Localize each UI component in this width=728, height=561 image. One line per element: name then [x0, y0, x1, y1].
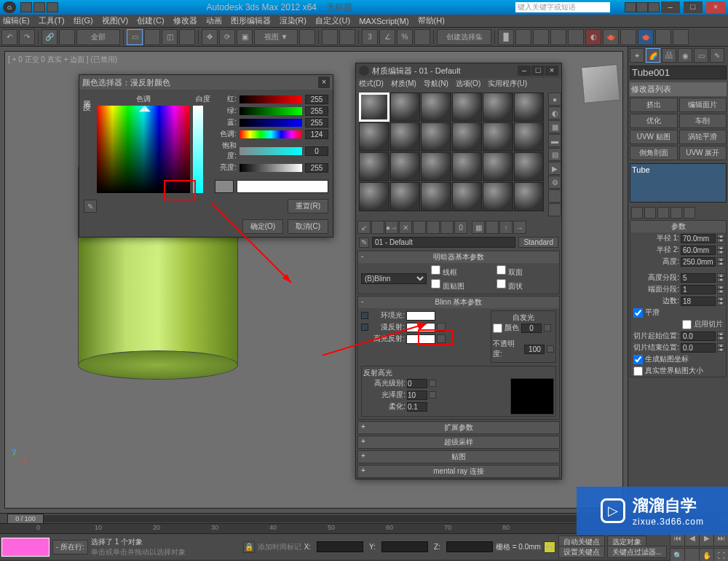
get-material-button[interactable]: ↙ [357, 221, 371, 234]
zoom-button[interactable]: 🔍 [670, 548, 686, 562]
zoom-all-button[interactable] [684, 548, 700, 562]
smooth-checkbox[interactable] [633, 308, 643, 318]
gloss-input[interactable] [407, 391, 427, 400]
realworld-checkbox[interactable] [633, 366, 643, 376]
whiteness-slider[interactable] [193, 106, 203, 193]
blue-input[interactable] [305, 118, 328, 128]
make-preview-button[interactable]: ▶ [548, 162, 561, 175]
diffuse-swatch[interactable] [406, 323, 435, 332]
select-by-mat-button[interactable] [548, 189, 561, 203]
mat-slot[interactable] [483, 93, 513, 122]
eyedropper-button[interactable]: ✎ [84, 200, 97, 213]
rendered-frame-button[interactable] [620, 29, 636, 45]
blue-slider[interactable] [240, 119, 302, 127]
faceted-checkbox[interactable] [496, 279, 506, 289]
mat-slot[interactable] [483, 122, 513, 152]
named-selset[interactable]: 创建选择集 [437, 29, 491, 45]
menu-modifiers[interactable]: 修改器 [173, 15, 197, 26]
mat-slot[interactable] [390, 93, 421, 122]
mat-slot[interactable] [390, 182, 421, 211]
select-region-button[interactable]: ◫ [162, 29, 178, 45]
object-name-input[interactable] [630, 66, 727, 79]
cancel-button[interactable]: 取消(C) [288, 219, 328, 234]
opacity-input[interactable] [524, 345, 545, 354]
modifier-list[interactable]: 修改器列表 [630, 82, 727, 96]
diffuse-lock[interactable] [361, 323, 368, 331]
speclevel-map-button[interactable] [429, 380, 436, 387]
menu-group[interactable]: 组(G) [74, 15, 93, 26]
time-knob[interactable]: 0 / 100 [7, 514, 44, 524]
render-iter-button[interactable] [673, 29, 689, 45]
mod-turbosmooth[interactable]: 涡轮平滑 [679, 130, 727, 144]
mat-menu-util[interactable]: 实用程序(U) [488, 79, 527, 89]
mod-lathe[interactable]: 车削 [679, 114, 727, 128]
eyedrop-mat-button[interactable]: ✎ [359, 238, 369, 248]
configure-sets-button[interactable] [684, 207, 695, 219]
show-in-vp-button[interactable]: ▦ [472, 221, 485, 234]
genmap-checkbox[interactable] [633, 355, 643, 364]
mat-slot[interactable] [421, 152, 451, 181]
radius1-input[interactable] [681, 234, 716, 243]
mat-slot[interactable] [514, 122, 545, 152]
mat-slot[interactable] [421, 182, 451, 211]
mat-slot[interactable] [421, 122, 451, 152]
manip-button[interactable] [322, 29, 338, 45]
slicefrom-input[interactable] [681, 332, 716, 341]
rollout-maps[interactable]: 贴图 [357, 450, 560, 463]
cseg-spinner[interactable]: ▴▾ [717, 285, 724, 294]
tab-create[interactable]: ✦ [630, 48, 644, 63]
tab-motion[interactable]: ◉ [678, 48, 692, 63]
sides-spinner[interactable]: ▴▾ [717, 297, 724, 305]
mat-slot[interactable] [452, 182, 483, 211]
ref-coord[interactable]: 视图 ▼ [254, 29, 298, 45]
angle-snap-button[interactable]: ∠ [379, 29, 395, 45]
pivot-button[interactable] [299, 29, 315, 45]
menu-customize[interactable]: 自定义(U) [315, 15, 350, 26]
menu-help[interactable]: 帮助(H) [418, 15, 445, 26]
hue-input[interactable] [305, 130, 328, 139]
wire-checkbox[interactable] [431, 265, 440, 275]
mod-uvwunwrap[interactable]: UVW 展开 [679, 146, 727, 160]
menu-rendering[interactable]: 渲染(R) [280, 15, 306, 26]
green-input[interactable] [305, 106, 328, 116]
modifier-stack[interactable]: Tube [630, 163, 727, 203]
material-type-button[interactable]: Standard [518, 237, 558, 248]
select-name-button[interactable] [144, 29, 160, 45]
rollout-extended[interactable]: 扩展参数 [357, 421, 560, 434]
menu-animation[interactable]: 动画 [206, 15, 222, 26]
specular-map-button[interactable] [437, 334, 446, 343]
lock-selection-icon[interactable]: 🔒 [243, 541, 255, 553]
backlight-button[interactable]: ◐ [548, 106, 561, 119]
val-input[interactable] [305, 163, 328, 173]
hue-field[interactable]: ◢◣ [97, 106, 190, 193]
hue-slider[interactable] [240, 130, 302, 138]
tab-utilities[interactable]: ✎ [710, 48, 724, 63]
unlink-button[interactable] [59, 29, 75, 45]
menu-tools[interactable]: 工具(T) [39, 15, 65, 26]
curve-editor-button[interactable] [550, 29, 566, 45]
current-mode[interactable]: - 所在行: [52, 540, 88, 554]
rotate-button[interactable]: ⟳ [219, 29, 235, 45]
color-dialog-close[interactable]: × [318, 76, 330, 88]
align-button[interactable] [515, 29, 531, 45]
sat-input[interactable] [305, 146, 328, 156]
specular-swatch[interactable] [406, 334, 435, 344]
shader-select[interactable]: (B)Blinn [361, 273, 427, 284]
mat-menu-nav[interactable]: 导航(N) [424, 79, 448, 89]
reset-button[interactable]: 重置(R) [288, 199, 328, 213]
speclevel-input[interactable] [407, 379, 427, 388]
sides-input[interactable] [681, 297, 716, 306]
sliceto-input[interactable] [681, 343, 716, 353]
spinner-snap-button[interactable] [414, 29, 430, 45]
sample-type-button[interactable]: ● [548, 93, 561, 106]
green-slider[interactable] [240, 107, 302, 115]
add-time-tag[interactable]: 添加时间标记 [258, 542, 301, 552]
selfillum-map-button[interactable] [544, 324, 551, 332]
remove-mod-button[interactable] [670, 207, 682, 219]
hseg-spinner[interactable]: ▴▾ [717, 273, 724, 282]
cseg-input[interactable] [681, 285, 716, 294]
radius1-spinner[interactable]: ▴▾ [717, 234, 724, 243]
rollout-supersample[interactable]: 超级采样 [357, 436, 560, 449]
go-parent-button[interactable]: ↑ [499, 221, 513, 234]
mat-slot[interactable] [514, 152, 545, 181]
